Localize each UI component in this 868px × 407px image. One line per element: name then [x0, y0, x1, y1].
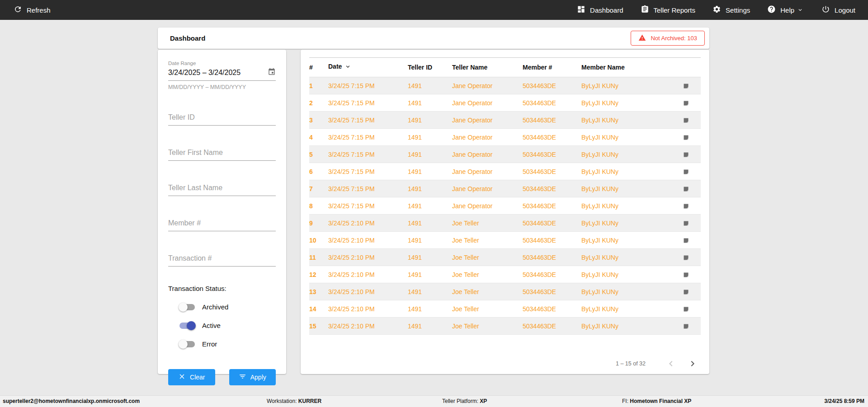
- row-date: 3/24/25 2:10 PM: [328, 249, 408, 266]
- row-date: 3/24/25 2:10 PM: [328, 232, 408, 249]
- row-teller-name: Jane Operator: [452, 94, 523, 112]
- note-icon[interactable]: [683, 133, 689, 140]
- table-row[interactable]: 8 3/24/25 7:15 PM 1491 Jane Operator 503…: [309, 197, 701, 215]
- clear-button[interactable]: Clear: [168, 369, 215, 385]
- gear-icon: [712, 5, 721, 15]
- note-icon[interactable]: [683, 322, 689, 329]
- next-page-button[interactable]: [687, 358, 698, 369]
- row-teller-id: 1491: [408, 94, 452, 112]
- col-teller-name[interactable]: Teller Name: [452, 58, 523, 77]
- transaction-status-label: Transaction Status:: [168, 285, 276, 292]
- row-date: 3/24/25 7:15 PM: [328, 163, 408, 180]
- col-member-name[interactable]: Member Name: [581, 58, 671, 77]
- table-row[interactable]: 9 3/24/25 2:10 PM 1491 Joe Teller 503446…: [309, 215, 701, 232]
- row-number: 1: [309, 77, 328, 94]
- member-number-input[interactable]: [168, 217, 276, 231]
- chevron-down-icon: [798, 7, 804, 13]
- row-date: 3/24/25 7:15 PM: [328, 94, 408, 112]
- col-member-number[interactable]: Member #: [523, 58, 581, 77]
- table-row[interactable]: 3 3/24/25 7:15 PM 1491 Jane Operator 503…: [309, 112, 701, 129]
- row-date: 3/24/25 2:10 PM: [328, 266, 408, 283]
- row-teller-name: Jane Operator: [452, 163, 523, 180]
- note-icon[interactable]: [683, 271, 689, 278]
- note-icon[interactable]: [683, 253, 689, 261]
- warning-icon: [638, 34, 646, 43]
- teller-last-name-input[interactable]: [168, 182, 276, 196]
- table-row[interactable]: 10 3/24/25 2:10 PM 1491 Joe Teller 50344…: [309, 232, 701, 249]
- table-row[interactable]: 14 3/24/25 2:10 PM 1491 Joe Teller 50344…: [309, 300, 701, 318]
- page-header-card: Dashboard Not Archived: 103: [158, 28, 709, 49]
- toggle-archived[interactable]: Archived: [179, 303, 276, 311]
- row-member-number: 5034463DE: [523, 94, 581, 112]
- col-teller-id[interactable]: Teller ID: [408, 58, 452, 77]
- transaction-number-input[interactable]: [168, 253, 276, 267]
- calendar-icon[interactable]: [268, 68, 276, 78]
- refresh-label: Refresh: [27, 6, 51, 14]
- row-member-number: 5034463DE: [523, 249, 581, 266]
- note-icon[interactable]: [683, 185, 689, 192]
- row-date: 3/24/25 7:15 PM: [328, 197, 408, 215]
- nav-teller-reports[interactable]: Teller Reports: [641, 5, 696, 15]
- col-note: [671, 58, 701, 77]
- row-member-number: 5034463DE: [523, 318, 581, 335]
- row-teller-id: 1491: [408, 197, 452, 215]
- table-row[interactable]: 11 3/24/25 2:10 PM 1491 Joe Teller 50344…: [309, 249, 701, 266]
- row-teller-name: Joe Teller: [452, 249, 523, 266]
- row-member-number: 5034463DE: [523, 283, 581, 300]
- current-datetime: 3/24/25 8:59 PM: [824, 398, 864, 404]
- note-icon[interactable]: [683, 202, 689, 209]
- note-icon[interactable]: [683, 82, 689, 89]
- nav-dashboard[interactable]: Dashboard: [577, 5, 623, 15]
- nav-settings[interactable]: Settings: [712, 5, 750, 15]
- sort-down-icon: [344, 64, 351, 71]
- previous-page-button[interactable]: [665, 358, 676, 369]
- table-row[interactable]: 13 3/24/25 2:10 PM 1491 Joe Teller 50344…: [309, 283, 701, 300]
- teller-platform-status: Teller Platform: XP: [442, 398, 487, 404]
- table-header-row: # Date Teller ID Teller Name Member # Me…: [309, 58, 701, 77]
- date-range-input[interactable]: 3/24/2025 – 3/24/2025: [168, 68, 276, 81]
- row-teller-id: 1491: [408, 112, 452, 129]
- nav-help[interactable]: Help: [767, 5, 804, 15]
- row-date: 3/24/25 7:15 PM: [328, 180, 408, 197]
- note-icon[interactable]: [683, 99, 689, 106]
- table-row[interactable]: 6 3/24/25 7:15 PM 1491 Jane Operator 503…: [309, 163, 701, 180]
- teller-first-name-input[interactable]: [168, 147, 276, 161]
- note-icon[interactable]: [683, 236, 689, 243]
- table-row[interactable]: 4 3/24/25 7:15 PM 1491 Jane Operator 503…: [309, 129, 701, 146]
- row-member-name: ByLyJI KUNy: [581, 94, 671, 112]
- table-row[interactable]: 12 3/24/25 2:10 PM 1491 Joe Teller 50344…: [309, 266, 701, 283]
- row-member-name: ByLyJI KUNy: [581, 163, 671, 180]
- note-icon[interactable]: [683, 116, 689, 123]
- not-archived-badge[interactable]: Not Archived: 103: [631, 31, 705, 46]
- note-icon[interactable]: [683, 288, 689, 295]
- row-date: 3/24/25 7:15 PM: [328, 77, 408, 94]
- table-row[interactable]: 7 3/24/25 7:15 PM 1491 Jane Operator 503…: [309, 180, 701, 197]
- apply-button[interactable]: Apply: [229, 369, 276, 385]
- row-teller-name: Jane Operator: [452, 180, 523, 197]
- nav-logout[interactable]: Logout: [821, 5, 855, 15]
- table-row[interactable]: 1 3/24/25 7:15 PM 1491 Jane Operator 503…: [309, 77, 701, 94]
- row-member-name: ByLyJI KUNy: [581, 232, 671, 249]
- col-number[interactable]: #: [309, 58, 328, 77]
- table-row[interactable]: 15 3/24/25 2:10 PM 1491 Joe Teller 50344…: [309, 318, 701, 335]
- note-icon[interactable]: [683, 168, 689, 175]
- row-date: 3/24/25 2:10 PM: [328, 215, 408, 232]
- row-member-number: 5034463DE: [523, 300, 581, 318]
- row-member-name: ByLyJI KUNy: [581, 318, 671, 335]
- teller-id-input[interactable]: [168, 112, 276, 126]
- refresh-button[interactable]: Refresh: [14, 5, 51, 15]
- row-member-name: ByLyJI KUNy: [581, 197, 671, 215]
- note-icon[interactable]: [683, 305, 689, 312]
- help-icon: [767, 5, 776, 15]
- toggle-error[interactable]: Error: [179, 340, 276, 348]
- table-row[interactable]: 5 3/24/25 7:15 PM 1491 Jane Operator 503…: [309, 146, 701, 163]
- toggle-active[interactable]: Active: [179, 322, 276, 329]
- note-icon[interactable]: [683, 150, 689, 158]
- row-member-number: 5034463DE: [523, 197, 581, 215]
- table-row[interactable]: 2 3/24/25 7:15 PM 1491 Jane Operator 503…: [309, 94, 701, 112]
- note-icon[interactable]: [683, 219, 689, 226]
- row-number: 9: [309, 215, 328, 232]
- col-date[interactable]: Date: [328, 58, 408, 77]
- row-number: 7: [309, 180, 328, 197]
- filters-panel: Date Range 3/24/2025 – 3/24/2025 MM/DD/Y…: [158, 50, 286, 374]
